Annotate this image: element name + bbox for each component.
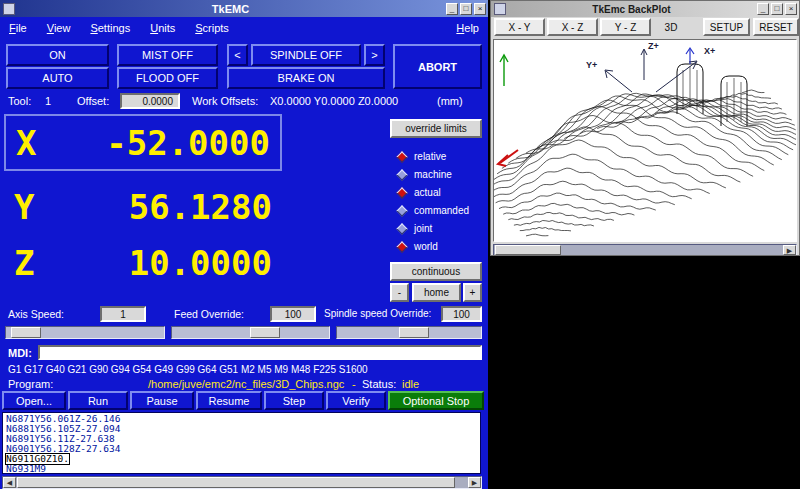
program-status-label: Status: bbox=[362, 378, 396, 390]
dro-z-letter: Z bbox=[14, 243, 34, 283]
tab-reset[interactable]: RESET bbox=[753, 18, 799, 36]
radio-commanded[interactable]: commanded bbox=[398, 203, 469, 218]
menu-file[interactable]: File bbox=[9, 22, 27, 34]
tkemc-window: TkEMC _ □ × File View Settings Units Scr… bbox=[0, 0, 489, 489]
jog-minus-button[interactable]: - bbox=[390, 283, 409, 302]
radio-actual[interactable]: actual bbox=[398, 185, 441, 200]
jog-mode-button[interactable]: continuous bbox=[390, 262, 482, 281]
jog-plus-button[interactable]: + bbox=[463, 283, 482, 302]
dro-axis-y[interactable]: Y 56.1280 bbox=[4, 180, 282, 234]
radio-relative[interactable]: relative bbox=[398, 149, 446, 164]
spindle-faster-button[interactable]: > bbox=[364, 44, 385, 66]
menu-scripts[interactable]: Scripts bbox=[195, 22, 229, 34]
tab-xz[interactable]: X - Z bbox=[547, 18, 598, 36]
brake-button[interactable]: BRAKE ON bbox=[227, 67, 385, 89]
radio-joint[interactable]: joint bbox=[398, 221, 432, 236]
menubar: File View Settings Units Scripts Help bbox=[0, 17, 488, 38]
window-icon[interactable] bbox=[3, 3, 15, 15]
backplot-window: TkEmc BackPlot _ □ × X - Y X - Z Y - Z 3… bbox=[490, 0, 800, 256]
offset-value-field: 0.0000 bbox=[120, 93, 180, 109]
slider-thumb[interactable] bbox=[250, 327, 280, 338]
dro-x-value: -52.0000 bbox=[56, 123, 270, 163]
axis-speed-slider[interactable] bbox=[5, 326, 165, 339]
spindle-override-field[interactable]: 100 bbox=[441, 306, 482, 322]
tool-label: Tool: bbox=[8, 95, 31, 107]
menu-view[interactable]: View bbox=[47, 22, 71, 34]
radio-commanded-label: commanded bbox=[414, 205, 469, 216]
close-icon[interactable]: × bbox=[785, 3, 797, 15]
minimize-icon[interactable]: _ bbox=[446, 3, 458, 15]
open-button[interactable]: Open... bbox=[2, 391, 66, 410]
dro-y-value: 56.1280 bbox=[54, 187, 272, 227]
dro-axis-z[interactable]: Z 10.0000 bbox=[4, 236, 282, 290]
optional-stop-button[interactable]: Optional Stop bbox=[388, 391, 484, 410]
window-icon[interactable] bbox=[494, 3, 506, 15]
feed-override-slider[interactable] bbox=[171, 326, 330, 339]
feed-override-field[interactable]: 100 bbox=[270, 306, 316, 322]
program-line: N6931M9 bbox=[6, 464, 46, 474]
pause-button[interactable]: Pause bbox=[130, 391, 194, 410]
backplot-titlebar[interactable]: TkEmc BackPlot _ □ × bbox=[491, 1, 799, 17]
tab-setup[interactable]: SETUP bbox=[703, 18, 750, 36]
radio-relative-label: relative bbox=[414, 151, 446, 162]
backplot-wireframe bbox=[494, 40, 796, 241]
home-button[interactable]: home bbox=[412, 283, 461, 302]
close-icon[interactable]: × bbox=[474, 3, 486, 15]
radio-machine-label: machine bbox=[414, 169, 452, 180]
spindle-button[interactable]: SPINDLE OFF bbox=[251, 44, 361, 66]
backplot-hscrollbar[interactable]: ▶ bbox=[493, 244, 797, 256]
radio-indicator-icon bbox=[396, 205, 407, 216]
radio-machine[interactable]: machine bbox=[398, 167, 452, 182]
listing-hscrollbar[interactable]: ◀ ▶ bbox=[2, 476, 482, 489]
spindle-override-slider[interactable] bbox=[336, 326, 482, 339]
scroll-left-icon[interactable]: ◀ bbox=[3, 477, 16, 488]
spindle-slower-button[interactable]: < bbox=[227, 44, 248, 66]
backplot-title: TkEmc BackPlot bbox=[506, 4, 757, 15]
tab-3d[interactable]: 3D bbox=[654, 18, 688, 36]
step-button[interactable]: Step bbox=[264, 391, 324, 410]
menu-settings[interactable]: Settings bbox=[90, 22, 130, 34]
tab-xy[interactable]: X - Y bbox=[494, 18, 545, 36]
radio-actual-label: actual bbox=[414, 187, 441, 198]
work-offsets-label: Work Offsets: bbox=[192, 95, 258, 107]
work-offsets-value: X0.0000 Y0.0000 Z0.0000 bbox=[270, 95, 398, 107]
axis-speed-label: Axis Speed: bbox=[8, 308, 64, 320]
dro-z-value: 10.0000 bbox=[54, 243, 272, 283]
override-limits-button[interactable]: override limits bbox=[390, 119, 482, 138]
radio-indicator-icon bbox=[396, 169, 407, 180]
slider-thumb[interactable] bbox=[11, 327, 41, 338]
program-listing[interactable]: N6871Y56.061Z-26.146 N6881Y56.105Z-27.09… bbox=[2, 412, 481, 474]
mist-button[interactable]: MIST OFF bbox=[117, 44, 218, 66]
verify-button[interactable]: Verify bbox=[326, 391, 386, 410]
scrollbar-thumb[interactable] bbox=[17, 477, 455, 488]
flood-button[interactable]: FLOOD OFF bbox=[117, 67, 218, 89]
menu-units[interactable]: Units bbox=[150, 22, 175, 34]
program-status-value: idle bbox=[402, 378, 419, 390]
radio-world[interactable]: world bbox=[398, 239, 438, 254]
menu-help[interactable]: Help bbox=[456, 22, 479, 34]
backplot-canvas[interactable]: Z+ Y+ X+ bbox=[493, 39, 797, 242]
abort-button[interactable]: ABORT bbox=[393, 44, 482, 89]
minimize-icon[interactable]: _ bbox=[757, 3, 769, 15]
dro-axis-x[interactable]: X -52.0000 bbox=[4, 114, 282, 171]
mode-auto-button[interactable]: AUTO bbox=[6, 67, 109, 89]
window-title: TkEMC bbox=[15, 3, 446, 15]
run-button[interactable]: Run bbox=[68, 391, 128, 410]
scrollbar-thumb[interactable] bbox=[495, 245, 561, 255]
maximize-icon[interactable]: □ bbox=[460, 3, 472, 15]
titlebar[interactable]: TkEMC _ □ × bbox=[0, 0, 488, 17]
resume-button[interactable]: Resume bbox=[196, 391, 262, 410]
radio-indicator-icon bbox=[396, 241, 407, 252]
maximize-icon[interactable]: □ bbox=[771, 3, 783, 15]
feed-override-label: Feed Override: bbox=[174, 308, 244, 320]
machine-on-button[interactable]: ON bbox=[6, 44, 109, 66]
tab-yz[interactable]: Y - Z bbox=[600, 18, 651, 36]
slider-thumb[interactable] bbox=[399, 327, 429, 338]
scroll-right-icon[interactable]: ▶ bbox=[783, 245, 796, 255]
mdi-label: MDI: bbox=[8, 347, 32, 359]
scroll-right-icon[interactable]: ▶ bbox=[468, 477, 481, 488]
axis-speed-field[interactable]: 1 bbox=[100, 306, 146, 322]
mdi-input[interactable] bbox=[38, 345, 482, 360]
radio-joint-label: joint bbox=[414, 223, 432, 234]
radio-indicator-icon bbox=[396, 151, 407, 162]
